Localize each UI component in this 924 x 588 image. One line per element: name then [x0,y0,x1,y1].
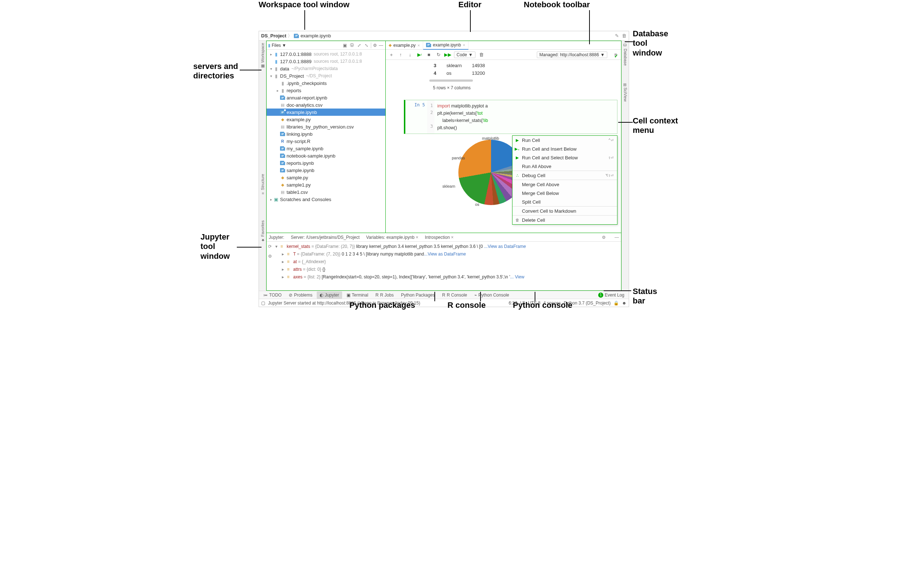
collapse-icon[interactable]: ⤡ [363,43,370,48]
tab-event-log[interactable]: 1 Event Log [595,292,627,299]
annot-status: Status bar [633,287,657,306]
annot-servers: servers and directories [193,62,238,81]
run-cell-icon[interactable]: ▶I [416,51,423,58]
tree-row[interactable]: ◆sample.py [267,174,385,181]
tree-row[interactable]: ▸▮reports [267,87,385,94]
tree-row[interactable]: IPlinking.ipynb [267,130,385,138]
tree-row[interactable]: IPsample.ipynb [267,166,385,174]
editor-area: ◆example.py×IPexample.ipynb× ＋ ↑ ↓ ▶I ■ … [385,41,622,233]
breadcrumb-file[interactable]: IPexample.ipynb [294,33,331,38]
tree-row[interactable]: ▸▣Scratches and Consoles [267,196,385,203]
jtw-gear-icon[interactable]: ⚙ [602,235,606,240]
tree-row[interactable]: IPmy_sample.ipynb [267,145,385,152]
tree-row[interactable]: ▤doc-analytics.csv [267,101,385,109]
tab-jupyter[interactable]: ◐ Jupyter [317,292,342,299]
locate-icon[interactable]: ⦿ [349,43,355,48]
hide-icon[interactable]: — [378,43,384,48]
tab-python-console[interactable]: ⌁ Python Console [472,292,512,299]
workspace-tree[interactable]: ▸▮127.0.0.1:8888sources root, 127.0.0.1:… [267,50,385,233]
ctx-menu-item[interactable]: Merge Cell Above [513,180,617,189]
tree-row[interactable]: Rmy-script.R [267,138,385,145]
tree-row[interactable]: ▤libraries_by_python_version.csv [267,123,385,130]
tab-python-packages[interactable]: Python Packages [398,292,438,299]
annot-ctx: Cell context menu [633,116,678,135]
tree-row[interactable]: ▮.ipynb_checkpoints [267,79,385,87]
tab-r-console[interactable]: R R Console [439,292,470,299]
ide-window: DS_Project 〉 IPexample.ipynb ✎ 🗑 ▦Worksp… [259,31,629,307]
tab-workspace[interactable]: ▦Workspace [260,43,265,69]
move-down-icon[interactable]: ↓ [407,51,413,58]
tab-todo[interactable]: ≔ TODO [261,292,284,299]
expand-icon[interactable]: ⤢ [356,43,362,48]
variable-row[interactable]: ▸≡ attrs = {dict: 0} {} [275,266,620,273]
tree-row[interactable]: ▾▮data~/PycharmProjects/data [267,65,385,72]
tree-row[interactable]: ◆example.py [267,116,385,123]
pie-label: os [475,202,479,206]
ctx-menu-item[interactable]: ⛬Debug Cell⌥⇧⏎ [513,171,617,180]
pie-label: matplotlib [482,136,499,140]
restart-icon[interactable]: ↻ [435,51,442,58]
variable-row[interactable]: ▸≡ axes = {list: 2} [RangeIndex(start=0,… [275,273,620,281]
ctx-menu-item[interactable]: Convert Cell to Markdown [513,206,617,215]
ctx-menu-item[interactable]: ▶Run Cell and Select Below⇧⏎ [513,153,617,162]
status-avatar-icon[interactable]: ☻ [622,301,627,306]
tree-row[interactable]: ◆sample1.py [267,181,385,188]
ctx-menu-item[interactable]: 🗑Delete Cell [513,216,617,224]
settings-icon[interactable]: ⚙ [268,253,272,260]
tree-row[interactable]: ▤table1.csv [267,188,385,196]
status-lock-icon[interactable]: 🔒 [614,301,619,306]
ctx-menu-item[interactable]: Split Cell [513,198,617,206]
trash-icon[interactable]: 🗑 [622,33,627,38]
move-up-icon[interactable]: ↑ [398,51,404,58]
variables-panel[interactable]: ⟳ ⚙ ▾≡ kernel_stats = {DataFrame: (20, 7… [267,242,621,290]
jtw-introspection-tab[interactable]: Introspection × [425,235,454,240]
annot-editor: Editor [459,0,482,10]
breadcrumb-project[interactable]: DS_Project [261,33,286,38]
ctx-menu-item[interactable]: ▶Run Cell⌃⏎ [513,136,617,145]
tree-row[interactable]: IPreports.ipynb [267,159,385,166]
delete-cell-icon[interactable]: 🗑 [478,51,485,58]
editor-tab[interactable]: IPexample.ipynb× [423,41,469,50]
variable-row[interactable]: ▸≡ at = {_AtIndexer} [275,258,620,266]
ctx-menu-item[interactable]: Merge Cell Below [513,189,617,198]
files-dropdown[interactable]: ▮Files ▼ [268,43,286,48]
workspace-tool-window: ▮Files ▼ ▣ ⦿ ⤢ ⤡ ⚙ — ▸▮127.0.0.1:8888sou… [266,41,385,233]
add-cell-icon[interactable]: ＋ [388,51,394,58]
tree-row[interactable]: IPexample.ipynb [267,109,385,116]
edit-config-icon[interactable]: ✎ [615,33,619,38]
h-scrollbar[interactable] [429,79,473,82]
tree-row[interactable]: IPannual-report.ipynb [267,94,385,101]
run-all-icon[interactable]: ▶▶ [445,51,451,58]
tab-structure[interactable]: ⌗Structure [261,174,265,195]
variable-row[interactable]: ▸≡ T = {DataFrame: (7, 20)} 0 1 2 3 4 5 … [275,250,620,258]
tab-terminal[interactable]: ▣ Terminal [343,292,371,299]
tree-row[interactable]: IPnotebook-sample.ipynb [267,152,385,159]
tab-database[interactable]: ⛁Database [623,43,628,66]
tab-problems[interactable]: ⊘ Problems [286,292,315,299]
jtw-hide-icon[interactable]: — [615,235,619,240]
ctx-menu-item[interactable]: ▶₊Run Cell and Insert Below [513,145,617,153]
add-root-icon[interactable]: ▣ [342,43,348,48]
cell-type-dropdown[interactable]: Code ▼ [454,51,475,58]
tree-row[interactable]: ▾▮DS_Project~/DS_Project [267,72,385,79]
tab-favorites[interactable]: ★Favorites [260,220,265,242]
gear-icon[interactable]: ⚙ [371,43,377,48]
jtw-variables-tab[interactable]: Variables: example.ipynb × [366,235,418,240]
annot-workspace: Workspace tool window [259,0,350,10]
output-summary: 5 rows × 7 columns [433,85,617,91]
cell-source[interactable]: import matplotlib.pyplot a plt.pie(kerne… [434,100,491,133]
variable-row[interactable]: ▾≡ kernel_stats = {DataFrame: (20, 7)} l… [275,243,620,250]
tree-row[interactable]: ▮127.0.0.1:8889sources root, 127.0.0.1:8 [267,58,385,65]
status-window-icon[interactable]: ▢ [261,301,265,306]
cell-context-menu: ▶Run Cell⌃⏎▶₊Run Cell and Insert Below▶R… [512,135,617,225]
stop-icon[interactable]: ■ [426,51,432,58]
ctx-menu-item[interactable]: Run All Above [513,162,617,171]
tree-row[interactable]: ▸▮127.0.0.1:8888sources root, 127.0.0.1:… [267,51,385,58]
editor-tab[interactable]: ◆example.py× [386,41,423,50]
jtw-server-tab[interactable]: Server: /Users/jetbrains/DS_Project [291,235,360,240]
refresh-icon[interactable]: ⟳ [268,243,272,250]
code-cell[interactable]: In 5 123 import matplotlib.pyplot a plt.… [404,100,617,134]
tab-sciview[interactable]: ⊞SciView [623,83,628,102]
tab-rjobs[interactable]: R R Jobs [373,292,397,299]
server-dropdown[interactable]: Managed: http://localhost:8886 ▼ [537,51,607,58]
